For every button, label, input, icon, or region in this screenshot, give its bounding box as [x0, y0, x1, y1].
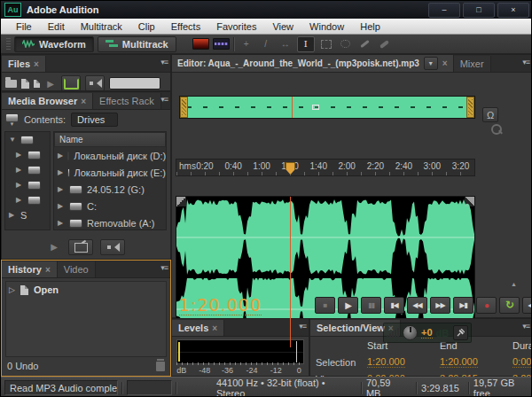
tab-media-browser[interactable]: Media Browser× — [2, 93, 93, 109]
play-button[interactable]: ▶ — [338, 297, 358, 314]
panel-menu-icon[interactable]: ▾≡ — [160, 263, 168, 272]
tree-collapsed-icon[interactable]: ▶ — [58, 168, 63, 176]
list-item[interactable]: ▶Removable (A:) — [54, 214, 166, 230]
marquee-selection-tool-icon[interactable] — [318, 37, 334, 51]
tab-files[interactable]: Files× — [2, 56, 46, 72]
close-icon[interactable]: × — [442, 58, 448, 68]
gain-value[interactable]: +0 — [421, 327, 433, 339]
new-file-icon[interactable] — [21, 79, 29, 89]
contents-dropdown[interactable]: Drives — [71, 113, 118, 127]
selection-duration-value[interactable]: 0:00.000 — [512, 356, 532, 368]
editor-playhead[interactable] — [290, 197, 291, 347]
tree-expanded-icon[interactable]: ▼ — [9, 136, 16, 144]
tree-collapsed-icon[interactable]: ▶ — [16, 166, 23, 174]
multitrack-mode-button[interactable]: Multitrack — [98, 36, 176, 52]
close-button[interactable]: × — [497, 3, 529, 18]
list-item[interactable]: ▶24.05.12 (G:) — [54, 181, 166, 198]
overview-playhead[interactable] — [292, 97, 293, 118]
tree-collapsed-icon[interactable]: ▶ — [9, 211, 16, 219]
preview-play-icon[interactable]: ▶ — [47, 239, 61, 253]
list-item[interactable]: ▶Локальный диск (D:) — [54, 147, 166, 164]
files-play-icon[interactable]: ▶ — [44, 76, 57, 90]
list-item[interactable]: ▶C: — [54, 198, 166, 214]
lasso-selection-tool-icon[interactable] — [338, 37, 354, 51]
zoom-out-icon[interactable] — [491, 124, 503, 136]
trash-icon[interactable] — [156, 362, 165, 371]
panel-menu-icon[interactable]: ▾≡ — [299, 322, 306, 331]
record-button[interactable]: ● — [476, 297, 497, 314]
open-file-button[interactable] — [68, 239, 93, 255]
overview-strip[interactable] — [179, 96, 475, 119]
tab-levels[interactable]: Levels× — [172, 320, 224, 336]
tree-collapsed-icon[interactable]: ▶ — [16, 181, 23, 189]
tab-editor[interactable]: Editor: Aqua_-_Around_the_World_-_(mp3po… — [172, 55, 454, 72]
selection-end-value[interactable]: 1:20.000 — [440, 356, 478, 368]
auto-play-icon[interactable] — [85, 75, 105, 91]
skip-to-end-button[interactable]: ▶▮ — [453, 297, 473, 314]
tree-collapsed-icon[interactable]: ▶ — [16, 151, 23, 159]
pin-hud-button[interactable] — [453, 325, 468, 340]
maximize-button[interactable]: □ — [463, 3, 495, 18]
tree-collapsed-icon[interactable]: ▶ — [16, 196, 23, 204]
list-item[interactable]: ▶Локальный диск (E:) — [54, 164, 166, 181]
tree-collapsed-icon[interactable]: ▶ — [58, 202, 65, 210]
tab-mixer[interactable]: Mixer — [454, 56, 491, 72]
razor-tool-icon[interactable]: / — [258, 37, 274, 51]
gain-hud[interactable]: +0 dB — [383, 323, 472, 343]
menu-window[interactable]: Window — [301, 21, 352, 32]
tree-collapsed-icon[interactable]: ▶ — [58, 152, 63, 160]
waveform-display-icon[interactable] — [213, 38, 230, 50]
history-entry-open[interactable]: ▷ Open — [6, 282, 166, 298]
menu-file[interactable]: File — [8, 21, 40, 32]
selection-handle-top-left[interactable] — [176, 197, 186, 206]
tree-collapsed-icon[interactable]: ▶ — [58, 219, 65, 227]
close-icon[interactable]: × — [45, 265, 51, 275]
list-header-name[interactable]: Name — [54, 132, 166, 147]
minimize-button[interactable]: – — [428, 3, 460, 18]
gain-knob[interactable] — [403, 325, 418, 340]
loop-playback-button[interactable]: ↻ — [499, 297, 520, 314]
panel-menu-icon[interactable]: ▾≡ — [160, 58, 168, 66]
overview-left-handle[interactable] — [180, 97, 188, 118]
close-icon[interactable]: × — [34, 59, 39, 69]
overview-right-handle[interactable] — [466, 97, 474, 118]
shortcuts-item[interactable]: S — [20, 210, 27, 221]
selection-handle-top-right[interactable] — [465, 197, 474, 206]
menu-view[interactable]: View — [264, 21, 301, 32]
overview-view-box[interactable] — [312, 105, 319, 110]
waveform-mode-button[interactable]: Waveform — [14, 36, 94, 52]
menu-multitrack[interactable]: Multitrack — [73, 21, 130, 32]
drive-tree[interactable]: ▼ ▶ ▶ ▶ ▶ ▶S — [4, 131, 51, 230]
menu-favorites[interactable]: Favorites — [208, 21, 264, 32]
close-icon[interactable]: × — [81, 97, 86, 106]
stop-button[interactable]: ■ — [315, 297, 335, 314]
tree-collapsed-icon[interactable]: ▶ — [58, 185, 65, 193]
time-selection-tool-icon[interactable]: I — [297, 36, 315, 52]
panel-menu-icon[interactable]: ▾≡ — [522, 322, 529, 331]
skip-to-start-button[interactable]: ▮◀ — [384, 297, 404, 314]
pause-button[interactable]: ▮▮ — [361, 297, 381, 314]
scroll-up-icon[interactable]: ▲ — [511, 281, 517, 287]
title-bar[interactable]: Au Adobe Audition – □ × — [1, 1, 532, 19]
skip-selection-button[interactable]: ◀▶ — [522, 297, 532, 314]
timeline-ruler[interactable]: hms 0:20 0:40 1:00 1:20 1:40 2:00 2:20 2… — [176, 159, 475, 176]
fast-forward-button[interactable]: ▶▶ — [430, 297, 450, 314]
menu-clip[interactable]: Clip — [130, 21, 163, 32]
paintbrush-tool-icon[interactable] — [357, 37, 373, 51]
chevron-down-icon[interactable]: ▼ — [424, 57, 438, 70]
slip-tool-icon[interactable]: ↔ — [278, 37, 293, 51]
loop-playback-icon[interactable] — [61, 75, 81, 91]
files-search-input[interactable] — [109, 77, 160, 90]
tab-video[interactable]: Video — [58, 261, 96, 277]
auto-play-button[interactable] — [100, 239, 125, 255]
spectral-display-icon[interactable] — [192, 38, 209, 50]
panel-menu-icon[interactable]: ▾≡ — [160, 95, 168, 104]
tab-history[interactable]: History× — [2, 261, 58, 277]
menu-effects[interactable]: Effects — [163, 21, 208, 32]
import-folder-icon[interactable] — [5, 80, 17, 88]
spot-healing-tool-icon[interactable] — [377, 37, 393, 51]
selection-start-value[interactable]: 1:20.000 — [367, 356, 405, 368]
menu-edit[interactable]: Edit — [40, 21, 73, 32]
close-icon[interactable]: × — [212, 323, 217, 333]
menu-help[interactable]: Help — [352, 21, 388, 32]
